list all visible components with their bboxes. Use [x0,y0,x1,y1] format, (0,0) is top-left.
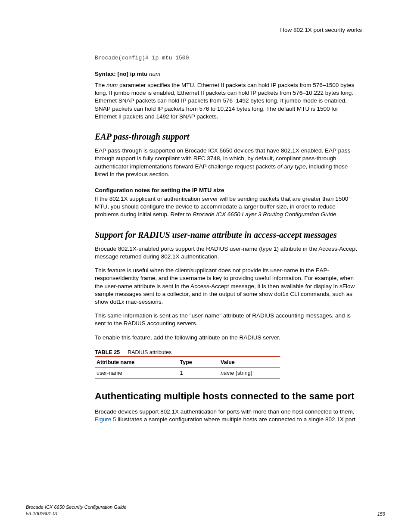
table-title: RADIUS attributes [128,349,171,355]
td-attribute-name: user-name [95,367,178,378]
eap-paragraph: EAP pass-through is supported on Brocade… [95,147,361,178]
td-type: 1 [178,367,219,378]
footer-doc-id: 53-1002601-01 [26,510,127,516]
th-type: Type [178,357,219,368]
code-block: Brocade(config)# ip mtu 1500 [95,55,361,61]
syntax-label: Syntax: [95,71,116,77]
th-attribute-name: Attribute name [95,357,178,368]
text: (string) [234,370,252,376]
text: Brocade devices support 802.1X authentic… [95,408,355,415]
syntax-line: Syntax: [no] ip mtu num [95,71,361,77]
mtu-paragraph: The num parameter specifies the MTU. Eth… [95,81,361,121]
radius-p2: This feature is useful when the client/s… [95,267,361,306]
text: parameter specifies the MTU. Ethernet II… [95,82,354,120]
footer-left: Brocade ICX 6650 Security Configuration … [26,504,127,516]
radius-heading: Support for RADIUS user-name attribute i… [95,230,361,240]
th-value: Value [219,357,280,368]
radius-p4: To enable this feature, add the followin… [95,334,361,342]
config-notes-heading: Configuration notes for setting the IP M… [95,187,361,193]
syntax-arg: num [149,71,160,77]
page: How 802.1X port security works Brocade(c… [0,0,411,532]
multi-hosts-paragraph: Brocade devices support 802.1X authentic… [95,408,361,423]
table-row: user-name 1 name (string) [95,367,280,378]
text-em: of any type [277,163,306,170]
text: illustrates a sample configuration where… [116,416,357,423]
footer-page-number: 159 [377,511,385,516]
config-notes-paragraph: If the 802.1X supplicant or authenticati… [95,195,361,219]
text-em: Brocade ICX 6650 Layer 3 Routing Configu… [193,211,336,218]
text: The [95,82,106,88]
figure-link[interactable]: Figure 5 [95,416,116,423]
syntax-optional: [no] [118,71,128,77]
multi-hosts-heading: Authenticating multiple hosts connected … [95,391,361,402]
td-value: name (string) [219,367,280,378]
radius-p3: This same information is sent as the "us… [95,312,361,327]
radius-p1: Brocade 802.1X-enabled ports support the… [95,245,361,261]
radius-attributes-table: Attribute name Type Value user-name 1 na… [95,356,280,379]
text: . [336,211,338,218]
table-caption: TABLE 25RADIUS attributes [95,349,361,355]
table-number: TABLE 25 [95,349,120,355]
content-area: Brocade(config)# ip mtu 1500 Syntax: [no… [95,55,361,423]
text-em: name [221,370,234,376]
page-footer: Brocade ICX 6650 Security Configuration … [26,504,385,516]
running-head: How 802.1X port security works [26,27,362,33]
text-em: num [106,82,118,88]
table-header-row: Attribute name Type Value [95,357,280,368]
syntax-cmd: ip mtu [130,71,148,77]
footer-doc-title: Brocade ICX 6650 Security Configuration … [26,504,127,510]
eap-heading: EAP pass-through support [95,132,361,142]
